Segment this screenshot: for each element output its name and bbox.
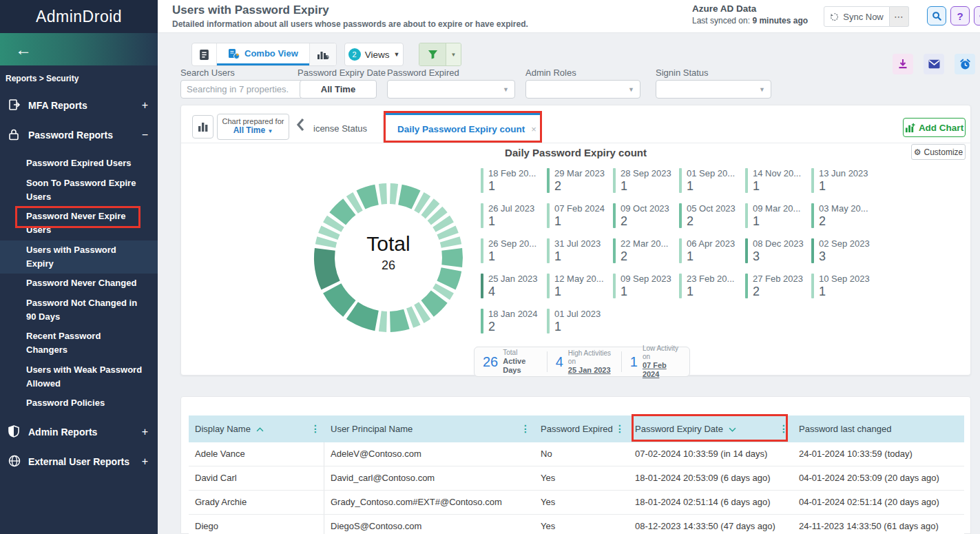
plus-icon[interactable]: +	[142, 426, 148, 438]
legend-item[interactable]: 07 Feb 20241	[547, 203, 613, 229]
sidebar-item-recent-password-changers[interactable]: Recent Password Changers	[0, 327, 158, 360]
legend-count: 1	[819, 179, 868, 194]
legend-item[interactable]: 18 Jan 20242	[481, 309, 547, 334]
legend-item[interactable]: 03 May 20...2	[811, 203, 877, 229]
donut-segment[interactable]	[379, 183, 387, 205]
column-header-password-expired[interactable]: Password Expired⋮	[534, 415, 629, 442]
search-button[interactable]	[927, 6, 946, 25]
column-header-user-principal-name[interactable]: User Principal Name⋮	[324, 415, 534, 442]
search-users-input[interactable]	[180, 80, 303, 99]
sidebar-item-password-not-changed-in-90-days[interactable]: Password Not Changed in 90 Days	[0, 294, 158, 327]
add-chart-button[interactable]: Add Chart	[903, 118, 966, 137]
chart-prepared-for-button[interactable]: Chart prepared for All Time ▼	[217, 114, 289, 140]
column-header-display-name[interactable]: Display Name⋮	[189, 415, 324, 442]
sidebar-section-external-user-reports[interactable]: External User Reports+	[0, 447, 158, 477]
sidebar-section-mfa-reports[interactable]: MFA Reports+	[0, 90, 158, 120]
legend-item[interactable]: 25 Jan 20234	[481, 274, 547, 299]
donut-segment[interactable]	[390, 309, 410, 332]
sidebar-item-password-expired-users[interactable]: Password Expired Users	[0, 154, 158, 174]
plus-icon[interactable]: +	[142, 99, 148, 112]
legend-item[interactable]: 28 Sep 20231	[613, 168, 679, 194]
sidebar-item-password-policies[interactable]: Password Policies	[0, 393, 158, 413]
donut-chart[interactable]	[309, 178, 468, 337]
legend-item[interactable]: 12 May 20...1	[547, 274, 613, 299]
legend-item[interactable]: 10 Sep 20231	[811, 274, 877, 299]
close-icon[interactable]: ×	[531, 124, 536, 134]
stat-label-line2[interactable]: 25 Jan 2023	[568, 366, 613, 375]
plus-icon[interactable]: +	[142, 455, 148, 468]
column-menu-icon[interactable]: ⋮	[615, 415, 625, 442]
donut-segment[interactable]	[379, 311, 387, 332]
download-button[interactable]	[893, 54, 913, 74]
legend-item[interactable]: 31 Jul 20231	[547, 238, 613, 264]
chart-type-button[interactable]	[192, 115, 213, 138]
legend-count: 1	[554, 249, 601, 264]
table-cell: DiegoS@Contoso.com	[324, 515, 534, 534]
sidebar-item-users-with-weak-password-allowed[interactable]: Users with Weak Password Allowed	[0, 360, 158, 394]
tab-license-status[interactable]: icense Status	[313, 115, 384, 143]
legend-item[interactable]: 29 Mar 20232	[547, 168, 613, 194]
legend-item[interactable]: 22 Mar 20...2	[613, 238, 679, 264]
legend-item[interactable]: 02 Sep 20233	[811, 238, 877, 264]
admin-roles-select[interactable]: ▼	[525, 80, 640, 99]
legend-count: 1	[687, 285, 734, 299]
legend-item[interactable]: 09 Mar 20...1	[745, 203, 811, 229]
sidebar-item-password-never-expire-users[interactable]: Password Never Expire Users	[0, 207, 158, 240]
donut-segment[interactable]	[323, 283, 355, 316]
legend-item[interactable]: 09 Oct 20232	[613, 203, 679, 229]
password-expired-select[interactable]: ▼	[387, 80, 515, 99]
table-row[interactable]: DiegoDiegoS@Contoso.comYes08-12-2023 14:…	[189, 515, 964, 534]
filter-button[interactable]: ▼	[419, 43, 461, 66]
column-menu-icon[interactable]: ⋮	[779, 415, 789, 442]
column-menu-icon[interactable]: ⋮	[311, 415, 320, 442]
sidebar-section-password-reports[interactable]: Password Reports−	[0, 120, 158, 150]
filter-icon-segment[interactable]	[419, 43, 446, 65]
legend-item[interactable]: 05 Oct 20232	[679, 203, 745, 229]
minus-icon[interactable]: −	[142, 129, 148, 141]
signin-status-select[interactable]: ▼	[656, 80, 771, 99]
legend-item[interactable]: 13 Jun 20231	[811, 168, 877, 194]
chart-view-button[interactable]	[309, 43, 336, 65]
table-row[interactable]: Adele VanceAdeleV@Contoso.comNo07-02-202…	[189, 442, 964, 466]
legend-item[interactable]: 08 Dec 20233	[745, 238, 811, 264]
tab-scroll-left-button[interactable]	[295, 118, 306, 134]
legend-item[interactable]: 23 Feb 20...1	[679, 274, 745, 299]
back-button[interactable]: ←	[0, 33, 158, 65]
sync-more-button[interactable]: ⋯	[890, 6, 909, 27]
sidebar-item-soon-to-password-expire-users[interactable]: Soon To Password Expire Users	[0, 174, 158, 207]
column-menu-icon[interactable]: ⋮	[521, 415, 530, 442]
table-row[interactable]: David CarlDavid_carl@Contoso.comYes18-01…	[189, 466, 964, 491]
sidebar-section-admin-reports[interactable]: Admin Reports+	[0, 418, 158, 447]
donut-segment[interactable]	[346, 302, 379, 331]
legend-item[interactable]: 26 Sep 20...1	[481, 238, 547, 264]
legend-item[interactable]: 14 Nov 20...1	[745, 168, 811, 194]
donut-segment[interactable]	[390, 183, 398, 205]
password-expiry-date-button[interactable]: All Time	[300, 80, 377, 99]
legend-item[interactable]: 06 Apr 20231	[679, 238, 745, 264]
sync-now-button[interactable]: Sync Now	[824, 6, 890, 27]
filter-caret-segment[interactable]: ▼	[446, 43, 461, 65]
legend-item[interactable]: 01 Jul 20231	[547, 309, 613, 334]
email-button[interactable]	[924, 54, 944, 74]
tab-daily-password-expiry-count[interactable]: Daily Password Expiry count ×	[385, 113, 542, 143]
views-dropdown-button[interactable]: 2 Views ▼	[344, 43, 404, 66]
alert-schedule-button[interactable]	[955, 54, 975, 74]
stat-label-line2[interactable]: 07 Feb 2024	[643, 361, 681, 379]
legend-item[interactable]: 18 Feb 20...1	[481, 168, 547, 194]
sidebar-item-users-with-password-expiry[interactable]: Users with Password Expiry	[0, 240, 158, 274]
table-header-row: Display Name⋮User Principal Name⋮Passwor…	[189, 415, 964, 442]
combo-view-tab[interactable]: Combo View	[217, 43, 309, 65]
legend-item[interactable]: 01 Sep 20...1	[679, 168, 745, 194]
column-header-password-last-changed[interactable]: Password last changed	[793, 415, 964, 442]
legend-item[interactable]: 27 Feb 20232	[745, 274, 811, 299]
table-view-button[interactable]	[192, 43, 217, 65]
help-button[interactable]: ?	[950, 6, 970, 25]
column-header-password-expiry-date[interactable]: Password Expiry Date⋮	[629, 415, 793, 442]
support-button[interactable]	[974, 6, 980, 25]
legend-item[interactable]: 09 Sep 20231	[613, 274, 679, 299]
table-cell: Yes	[534, 515, 629, 534]
sidebar-item-password-never-changed[interactable]: Password Never Changed	[0, 274, 158, 294]
legend-item[interactable]: 26 Jul 20231	[481, 203, 547, 229]
donut-center-label: Total	[309, 232, 468, 256]
table-row[interactable]: Grady ArchieGrady_Contoso.com#EXT#@Conto…	[189, 491, 964, 515]
